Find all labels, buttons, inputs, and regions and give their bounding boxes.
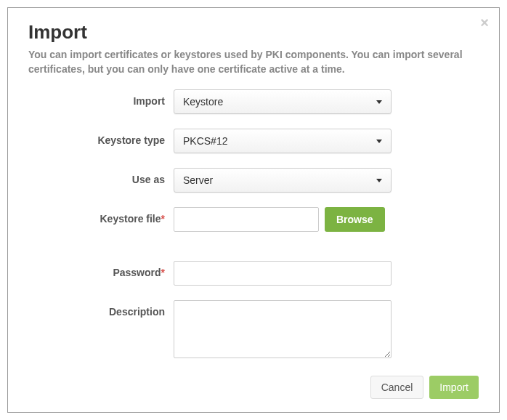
select-keystore-type[interactable]: PKCS#12 <box>174 129 392 153</box>
row-use-as: Use as Server <box>28 168 479 193</box>
import-button[interactable]: Import <box>429 376 479 399</box>
input-description[interactable] <box>174 300 392 358</box>
label-keystore-file: Keystore file* <box>28 207 174 225</box>
close-icon[interactable]: × <box>480 15 489 30</box>
label-description: Description <box>28 300 174 318</box>
row-password: Password* <box>28 261 479 286</box>
input-password[interactable] <box>174 261 392 286</box>
label-keystore-type: Keystore type <box>28 129 174 146</box>
row-keystore-type: Keystore type PKCS#12 <box>28 129 479 153</box>
label-password: Password* <box>28 261 174 278</box>
select-use-as-value: Server <box>183 174 213 186</box>
required-star: * <box>161 213 165 225</box>
label-use-as: Use as <box>28 168 174 185</box>
select-keystore-type-value: PKCS#12 <box>183 135 227 147</box>
dialog-footer: Cancel Import <box>28 376 479 399</box>
row-import: Import Keystore <box>28 89 479 114</box>
browse-button[interactable]: Browse <box>325 207 385 232</box>
caret-down-icon <box>376 100 382 104</box>
dialog-subtitle: You can import certificates or keystores… <box>28 48 479 76</box>
form-body: Import Keystore Keystore type PKCS#12 Us… <box>28 89 479 376</box>
import-dialog: × Import You can import certificates or … <box>7 7 500 413</box>
label-import: Import <box>28 89 174 107</box>
select-import[interactable]: Keystore <box>174 89 392 114</box>
select-use-as[interactable]: Server <box>174 168 392 193</box>
input-keystore-file[interactable] <box>174 207 319 232</box>
required-star: * <box>161 267 165 278</box>
caret-down-icon <box>376 140 382 143</box>
caret-down-icon <box>376 179 382 182</box>
row-description: Description <box>28 300 479 360</box>
dialog-title: Import <box>28 21 479 44</box>
select-import-value: Keystore <box>183 96 223 108</box>
cancel-button[interactable]: Cancel <box>370 376 424 399</box>
row-keystore-file: Keystore file* Browse <box>28 207 479 232</box>
